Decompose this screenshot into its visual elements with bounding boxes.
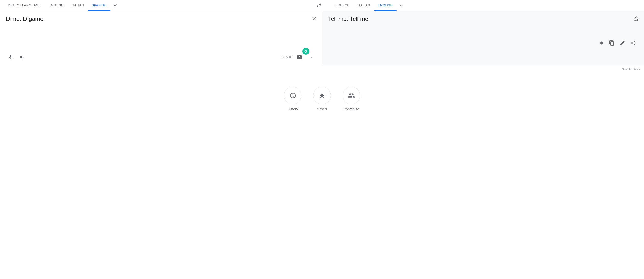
svg-marker-0	[634, 16, 638, 21]
history-label: History	[287, 107, 298, 111]
keyboard-icon	[296, 54, 302, 60]
lang-english-source[interactable]: ENGLISH	[45, 0, 68, 10]
lang-italian-source[interactable]: ITALIAN	[68, 0, 88, 10]
copy-button[interactable]	[607, 38, 616, 48]
expand-icon	[308, 54, 314, 60]
target-language-section: FRENCH ITALIAN ENGLISH	[326, 0, 640, 10]
contribute-action-item[interactable]: Contribute	[342, 87, 360, 111]
output-footer-right	[607, 38, 638, 48]
speaker-button-target[interactable]	[597, 38, 607, 48]
grammarly-badge[interactable]: G	[302, 48, 309, 55]
contribute-circle	[342, 87, 360, 104]
contribute-label: Contribute	[344, 107, 360, 111]
share-icon	[630, 40, 636, 46]
language-bar: DETECT LANGUAGE ENGLISH ITALIAN SPANISH …	[0, 0, 644, 11]
app-container: DETECT LANGUAGE ENGLISH ITALIAN SPANISH …	[0, 0, 644, 279]
source-text-input[interactable]: Dime. Dígame.	[6, 15, 316, 47]
input-panel: Dime. Dígame. G	[0, 11, 322, 66]
copy-icon	[609, 40, 615, 46]
saved-label: Saved	[317, 107, 327, 111]
lang-italian-target[interactable]: ITALIAN	[354, 0, 374, 10]
swap-icon	[316, 2, 322, 8]
output-footer-left	[597, 38, 607, 48]
swap-languages-button[interactable]	[312, 0, 326, 10]
output-panel: Tell me. Tell me.	[322, 11, 644, 66]
translate-area: Dime. Dígame. G	[0, 11, 644, 66]
saved-action-item[interactable]: Saved	[313, 87, 331, 111]
keyboard-button[interactable]	[294, 52, 304, 62]
input-footer-right: 13 / 5000	[280, 52, 316, 62]
grammarly-icon: G	[304, 49, 307, 53]
bottom-actions-section: History Saved Contribute	[0, 72, 644, 126]
input-footer: 13 / 5000	[6, 50, 316, 62]
lang-french-target[interactable]: FRENCH	[332, 0, 354, 10]
history-circle	[284, 87, 302, 104]
microphone-icon	[8, 54, 14, 60]
target-language-more-button[interactable]	[396, 0, 406, 10]
history-action-item[interactable]: History	[284, 87, 302, 111]
close-icon	[311, 16, 317, 21]
source-language-section: DETECT LANGUAGE ENGLISH ITALIAN SPANISH	[4, 0, 312, 10]
input-footer-left	[6, 52, 28, 62]
saved-star-icon	[318, 92, 326, 99]
chevron-down-icon	[112, 2, 118, 8]
chevron-down-icon	[398, 2, 404, 8]
send-feedback-link[interactable]: Send feedback	[622, 68, 640, 71]
edit-icon	[620, 40, 626, 46]
source-language-more-button[interactable]	[110, 0, 120, 10]
star-outline-icon	[633, 16, 639, 21]
speaker-button-source[interactable]	[18, 52, 28, 62]
lang-english-target[interactable]: ENGLISH	[374, 0, 397, 10]
character-count: 13 / 5000	[280, 55, 292, 59]
save-translation-button[interactable]	[632, 15, 640, 22]
clear-input-button[interactable]	[310, 15, 318, 22]
output-footer	[328, 36, 638, 48]
lang-detect-language[interactable]: DETECT LANGUAGE	[4, 0, 45, 10]
share-button[interactable]	[628, 38, 638, 48]
volume-icon	[599, 40, 605, 46]
contribute-icon	[348, 92, 355, 99]
feedback-row: Send feedback	[0, 66, 644, 72]
saved-circle	[313, 87, 331, 104]
microphone-button[interactable]	[6, 52, 16, 62]
lang-spanish-source[interactable]: SPANISH	[88, 0, 110, 10]
edit-translation-button[interactable]	[618, 38, 627, 48]
volume-icon	[20, 54, 26, 60]
history-icon	[289, 92, 296, 99]
translation-output: Tell me. Tell me.	[328, 15, 638, 34]
